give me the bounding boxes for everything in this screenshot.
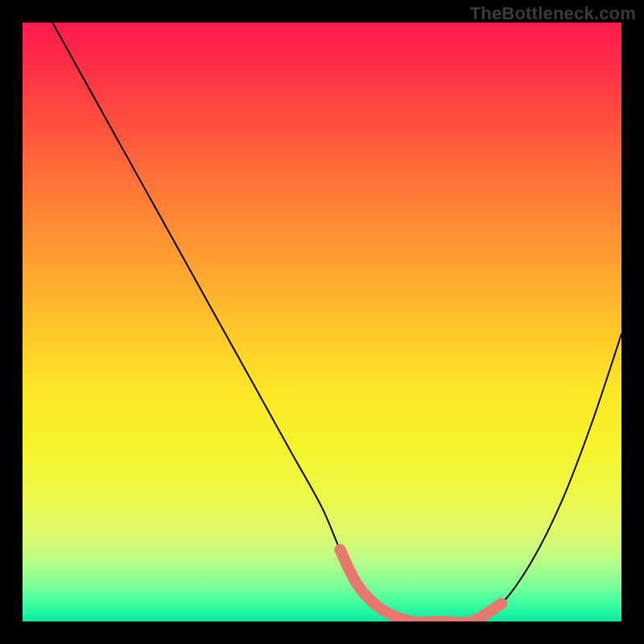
curve-layer [23,23,621,621]
bottleneck-highlight-path [340,550,502,621]
chart-frame: TheBottleneck.com [0,0,644,644]
watermark-text: TheBottleneck.com [470,3,636,24]
plot-area [23,23,621,621]
bottleneck-curve-path [52,23,621,621]
